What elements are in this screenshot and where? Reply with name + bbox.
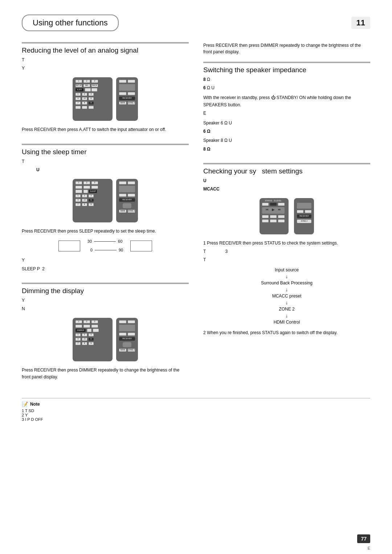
note-item1: 1 T SD	[22, 409, 370, 413]
s-rr6l: ZONE 2	[128, 210, 135, 212]
s-rb1l: 1	[78, 181, 79, 184]
rr5-l: MAIN	[121, 102, 125, 104]
st-c1	[262, 215, 269, 218]
section-system-settings: Checking your sy stem settings U MCACC S…	[203, 163, 370, 336]
rb3-label: 3	[94, 80, 95, 82]
remote-aatt-svg: 1 2 3 SETUP SEL BACK A.ATT	[69, 75, 142, 123]
left-column: Reducing the level of an analog signal T…	[22, 42, 189, 391]
s-r35a	[75, 190, 82, 193]
s-rr2	[128, 181, 135, 184]
flow-arrow3: ↓	[286, 300, 288, 306]
rr1	[119, 80, 126, 83]
right-top-text: Press RECEIVER then press DIMMER repeate…	[203, 42, 370, 55]
s-setup	[75, 186, 82, 189]
rr4	[128, 92, 135, 95]
s-rb3l: 3	[94, 181, 95, 184]
system-t2: T	[203, 257, 370, 263]
sleep-note-y: Y	[22, 257, 189, 264]
d-rr5l: MAIN	[121, 349, 125, 351]
d-n3l: 3	[91, 333, 92, 336]
n8-l: 8	[84, 102, 85, 104]
system-step1: 1 Press RECEIVER then press STATUS to ch…	[203, 240, 370, 247]
speaker6-val: 6 Ω	[203, 128, 370, 135]
d-rr3	[119, 333, 126, 336]
d-n4l: 4	[78, 338, 79, 340]
n6-l: 6	[91, 98, 92, 100]
sleep-intro1: T	[22, 158, 189, 165]
rb1-label: 1	[78, 80, 79, 82]
st-d1	[262, 219, 269, 222]
note-label: Note	[30, 402, 40, 407]
n9-l: 9	[91, 102, 92, 104]
section-body-speaker: 8 Ω 6 Ω U With the receiver in standby, …	[203, 76, 370, 153]
d-n2l: 2	[84, 333, 85, 336]
remote-status-container: STATUS D.LEVEL ⏮ ▶ ⏭	[203, 196, 370, 236]
timer-row-bottom: 0 90	[87, 247, 123, 254]
d-n1l: 1	[78, 333, 79, 336]
r35c	[91, 88, 97, 91]
speaker-line1: 8 Ω	[203, 76, 370, 83]
system-u: U	[203, 177, 370, 184]
section-divider-dimming	[22, 283, 189, 284]
page-container: Using other functions 11 Reducing the le…	[0, 0, 392, 554]
st-play: ▶	[272, 208, 275, 212]
d-receiver-l: RECEIVER	[122, 337, 132, 340]
section-dimming: Dimming the display Y N 1 2 3	[22, 283, 189, 381]
st-rr1	[297, 210, 303, 213]
d-n9l: 9	[91, 342, 92, 344]
remote-dimmer-container: 1 2 3 DIMMER	[22, 316, 189, 363]
speaker-e: E	[203, 110, 370, 117]
s-receiver-l: RECEIVER	[122, 198, 132, 201]
dimming-instruction: Press RECEIVER then press DIMMER repeate…	[22, 367, 189, 381]
s-r35b	[83, 190, 88, 193]
speaker-line2: 6 Ω U	[203, 85, 370, 91]
st-c3	[278, 215, 285, 218]
remote-status-svg: STATUS D.LEVEL ⏮ ▶ ⏭	[258, 196, 316, 236]
nb3	[89, 106, 94, 109]
rr3	[119, 92, 126, 95]
dimmer-label: DIMMER	[77, 329, 85, 331]
back-label: BACK	[92, 85, 97, 87]
analog-intro1: T	[22, 57, 189, 63]
st-d2	[270, 219, 277, 222]
d-scroll	[123, 342, 131, 347]
analog-intro2: Y	[22, 65, 189, 72]
d-r35c	[93, 329, 99, 332]
section-speaker-impedance: Switching the speaker impedance 8 Ω 6 Ω …	[203, 62, 370, 153]
section-analog-signal: Reducing the level of an analog signal T…	[22, 42, 189, 134]
right-column: Press RECEIVER then press DIMMER repeate…	[203, 42, 370, 391]
section-divider	[22, 42, 189, 44]
receiver-label-aatt: RECEIVER	[122, 97, 132, 99]
analog-instruction: Press RECEIVER then press A.ATT to switc…	[22, 126, 189, 133]
timer-box-empty1	[58, 241, 80, 251]
d-n6l: 6	[91, 338, 92, 340]
st-b1	[262, 203, 269, 206]
s-rr1	[119, 181, 126, 184]
nb1	[75, 106, 81, 109]
note-item2: 2 Y	[22, 413, 370, 417]
note-item3: 3 I P D OFF	[22, 417, 370, 422]
remote-aatt-container: 1 2 3 SETUP SEL BACK A.ATT	[22, 75, 189, 123]
d-rb2l: 2	[86, 320, 87, 323]
s-n3l: 3	[91, 194, 92, 197]
timer-hline2	[95, 250, 117, 250]
flow-mcacc: MCACC preset	[272, 293, 302, 300]
st-zone-l: ZONE 2	[301, 220, 307, 222]
sleep-u: U	[22, 167, 189, 173]
timer-hline1	[94, 241, 116, 242]
speaker6-text: Speaker 6 Ω U	[203, 120, 370, 127]
d-setup	[75, 325, 82, 328]
r35b	[85, 88, 91, 91]
section-title-analog: Reducing the level of an analog signal	[22, 46, 189, 54]
speaker8-text: Speaker 8 Ω U	[203, 137, 370, 144]
n3-l: 3	[91, 93, 92, 95]
section-title-dimming: Dimming the display	[22, 287, 189, 295]
s-n4l: 4	[78, 199, 79, 201]
section-body-sleep: T U 1 2 3	[22, 158, 189, 272]
st-b3	[278, 203, 285, 206]
d-rr4	[128, 333, 135, 336]
section-sleep-timer: Using the sleep timer T U 1 2 3	[22, 144, 189, 272]
d-n7l: 7	[78, 342, 79, 344]
s-n7l: 7	[78, 203, 79, 205]
aatt-label: A.ATT	[77, 89, 82, 91]
